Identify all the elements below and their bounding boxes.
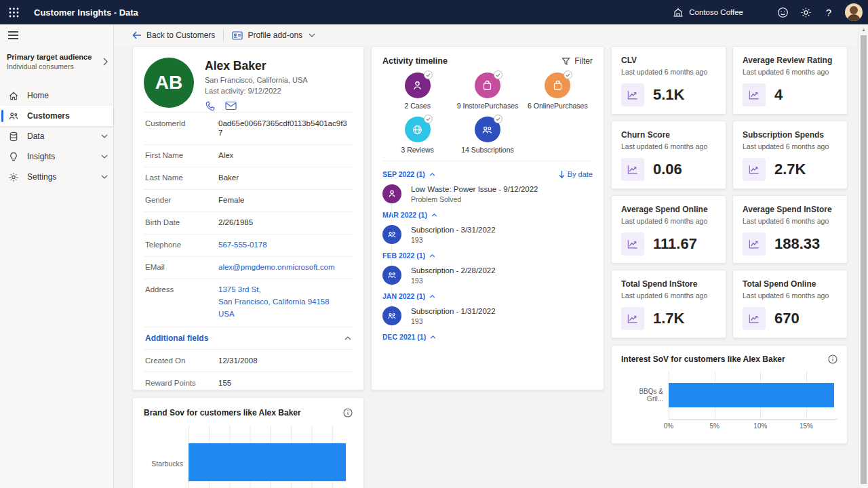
nav-collapse-button[interactable] xyxy=(0,24,24,46)
kpi-card-avg-spend-instore: Average Spend InStore Last updated 6 mon… xyxy=(732,195,848,264)
back-link-label: Back to Customers xyxy=(146,30,215,40)
chevron-up-icon xyxy=(429,254,435,258)
environment-icon xyxy=(673,7,684,18)
filter-button[interactable]: Filter xyxy=(561,56,593,66)
kpi-value: 2.7K xyxy=(774,161,806,178)
lightbulb-icon xyxy=(8,152,19,162)
person-icon xyxy=(412,80,423,92)
brand-sov-title: Brand Sov for customers like Alex Baker xyxy=(144,408,301,418)
sidebar-item-insights[interactable]: Insights xyxy=(0,146,113,167)
kpi-value: 0.06 xyxy=(653,161,682,178)
activity-type-instore[interactable]: 9 InstorePurchases xyxy=(452,73,522,110)
activity-type-label: 14 Subscriptions xyxy=(461,146,514,154)
timeline-group-header[interactable]: SEP 2022 (1) By date xyxy=(382,170,593,178)
telephone-link[interactable]: 567-555-0178 xyxy=(218,240,267,250)
additional-fields-toggle[interactable]: Additional fields xyxy=(144,327,353,349)
check-badge-icon xyxy=(494,115,502,123)
question-mark-icon: ? xyxy=(826,7,831,18)
chevron-right-icon xyxy=(102,58,108,66)
email-button[interactable] xyxy=(225,101,237,112)
line-chart-icon xyxy=(621,83,644,106)
call-button[interactable] xyxy=(205,101,216,112)
profile-addons-button[interactable]: Profile add-ons xyxy=(232,30,315,40)
line-chart-icon xyxy=(743,158,766,181)
feedback-button[interactable] xyxy=(772,1,793,23)
entry-title: Subscription - 1/31/2022 xyxy=(411,307,496,315)
customer-last-activity: Last activity: 9/12/2022 xyxy=(205,87,308,95)
bag-icon xyxy=(482,80,492,91)
info-icon[interactable] xyxy=(828,354,837,364)
profile-field-row: Birth Date 2/26/1985 xyxy=(144,211,353,234)
kpi-card-subscription-spends: Subscription Spends Last updated 6 month… xyxy=(732,121,848,189)
line-chart-icon xyxy=(743,307,766,330)
audience-selector[interactable]: Primary target audience Individual consu… xyxy=(0,46,113,79)
down-arrow-icon xyxy=(559,170,565,178)
entry-subtitle: 193 xyxy=(411,236,496,244)
entry-subtitle: 193 xyxy=(411,317,496,325)
activity-type-reviews[interactable]: 3 Reviews xyxy=(382,117,452,154)
sidebar-item-home[interactable]: Home xyxy=(0,85,113,106)
audience-subtitle: Individual consumers xyxy=(7,62,102,70)
sidebar-item-data[interactable]: Data xyxy=(0,126,113,146)
address-link[interactable]: 1375 3rd St, San Francisco, California 9… xyxy=(218,285,330,321)
chevron-down-icon xyxy=(101,134,108,138)
activity-type-cases[interactable]: 2 Cases xyxy=(382,73,452,110)
environment-name: Contoso Coffee xyxy=(689,8,743,16)
account-avatar[interactable] xyxy=(845,3,863,21)
line-chart-icon xyxy=(621,307,644,330)
sort-by-date-button[interactable]: By date xyxy=(559,170,593,178)
timeline-entry[interactable]: Subscription - 2/28/2022 193 xyxy=(382,266,593,285)
gear-icon xyxy=(8,172,19,182)
timeline-entry[interactable]: Subscription - 1/31/2022 193 xyxy=(382,306,593,325)
entry-title: Subscription - 3/31/2022 xyxy=(411,226,496,234)
profile-field-row-address: Address 1375 3rd St, San Francisco, Cali… xyxy=(144,279,353,327)
interest-sov-chart: BBQs & Gril... 0% 5% xyxy=(621,371,837,430)
profile-field-row: Reward Points 155 xyxy=(144,371,353,390)
profile-field-row: Last Name Baker xyxy=(144,167,353,189)
interest-sov-card: Interest SoV for customers like Alex Bak… xyxy=(611,345,848,444)
environment-picker[interactable]: Contoso Coffee xyxy=(673,7,743,18)
back-arrow-icon xyxy=(132,31,142,39)
email-link[interactable]: alex@pmgdemo.onmicrosoft.com xyxy=(218,262,334,272)
profile-field-row: EMail alex@pmgdemo.onmicrosoft.com xyxy=(144,256,353,279)
kpi-card-clv: CLV Last updated 6 months ago 5.1K xyxy=(611,46,726,115)
timeline-group-header[interactable]: FEB 2022 (1) xyxy=(382,251,593,260)
chevron-up-icon xyxy=(429,295,435,298)
chevron-up-icon xyxy=(344,336,351,340)
back-to-customers-link[interactable]: Back to Customers xyxy=(132,30,215,40)
settings-button[interactable] xyxy=(795,1,816,23)
timeline-group-header[interactable]: MAR 2022 (1) xyxy=(382,211,593,219)
sidebar-item-label: Data xyxy=(27,131,44,141)
sidebar-item-customers[interactable]: Customers xyxy=(0,106,113,126)
line-chart-icon xyxy=(621,158,644,181)
scrollbar-thumb[interactable] xyxy=(861,35,867,484)
vertical-scrollbar[interactable]: ▲ xyxy=(859,24,868,488)
help-button[interactable]: ? xyxy=(818,1,840,23)
activity-type-label: 2 Cases xyxy=(404,102,431,110)
kpi-card-avg-spend-online: Average Spend Online Last updated 6 mont… xyxy=(611,195,726,264)
sidebar-item-label: Home xyxy=(27,91,49,100)
info-icon[interactable] xyxy=(343,408,353,418)
phone-icon xyxy=(205,101,216,112)
timeline-entry[interactable]: Low Waste: Power Issue - 9/12/2022 Probl… xyxy=(382,184,593,203)
activity-type-subscriptions[interactable]: 14 Subscriptions xyxy=(452,117,522,154)
timeline-group-header[interactable]: DEC 2021 (1) xyxy=(382,333,593,341)
activity-summary: 2 Cases 9 InstorePurchases xyxy=(382,73,593,154)
waffle-icon xyxy=(9,7,19,18)
brand-category-label: Starbucks xyxy=(144,426,189,488)
sidebar-item-label: Customers xyxy=(27,111,70,121)
people-icon xyxy=(387,230,397,239)
smiley-icon xyxy=(777,7,789,18)
check-badge-icon xyxy=(424,115,433,123)
customers-icon xyxy=(8,111,19,121)
timeline-group-header[interactable]: JAN 2022 (1) xyxy=(382,292,593,300)
sidebar-item-settings[interactable]: Settings xyxy=(0,167,113,187)
brand-bar xyxy=(189,443,346,481)
scroll-up-button[interactable]: ▲ xyxy=(859,24,868,34)
profile-field-row: CustomerId 0ad65e00667365cdf0113b5401ac9… xyxy=(144,112,353,144)
timeline-entry[interactable]: Subscription - 3/31/2022 193 xyxy=(382,225,593,244)
activity-type-online[interactable]: 6 OnlinePurchases xyxy=(523,73,593,110)
app-launcher-button[interactable] xyxy=(0,0,27,24)
profile-field-row: Created On 12/31/2008 xyxy=(144,349,353,371)
customer-avatar: AB xyxy=(144,58,194,108)
